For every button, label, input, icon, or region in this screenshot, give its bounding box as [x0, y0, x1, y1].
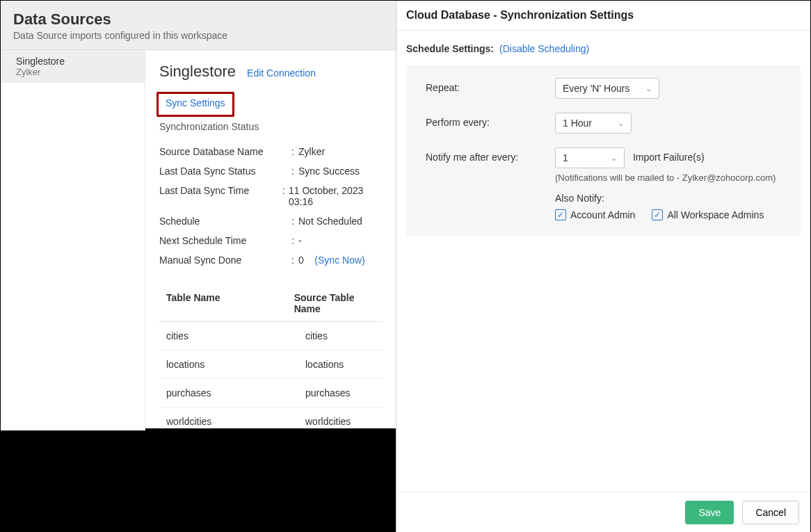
- value-schedule: Not Scheduled: [298, 216, 362, 227]
- disable-scheduling-link[interactable]: (Disable Scheduling): [499, 43, 589, 54]
- table-row[interactable]: purchases purchases: [159, 379, 383, 408]
- label-last-sync-time: Last Data Sync Time: [159, 185, 282, 207]
- schedule-settings-label: Schedule Settings:: [406, 43, 494, 54]
- also-notify-label: Also Notify:: [555, 193, 781, 204]
- edit-connection-link[interactable]: Edit Connection: [247, 67, 316, 79]
- table-row[interactable]: locations locations: [159, 350, 383, 379]
- repeat-label: Repeat:: [426, 78, 555, 93]
- cancel-button[interactable]: Cancel: [742, 501, 799, 524]
- col-header-source-name: Source Table Name: [294, 292, 376, 314]
- main-content: Singlestore Edit Connection Sync Setting…: [145, 50, 397, 430]
- page-title: Data Sources: [13, 10, 385, 29]
- perform-every-select[interactable]: 1 Hour ⌄: [555, 113, 632, 134]
- page-header: Data Sources Data Source imports configu…: [1, 1, 397, 50]
- notify-hint: (Notifications will be mailed to - Zylke…: [555, 172, 781, 183]
- page-subtitle: Data Source imports configured in this w…: [13, 30, 385, 41]
- chevron-down-icon: ⌄: [645, 84, 652, 93]
- chevron-down-icon: ⌄: [611, 154, 617, 163]
- table-row[interactable]: cities cities: [159, 322, 383, 350]
- chevron-down-icon: ⌄: [618, 119, 624, 128]
- value-last-sync-status: Sync Success: [298, 166, 360, 177]
- sync-settings-link[interactable]: Sync Settings: [156, 92, 234, 117]
- table-row[interactable]: worldcities worldcities: [159, 408, 383, 430]
- datasource-title: Singlestore: [159, 63, 236, 81]
- value-last-sync-time: 11 October, 2023 03:16: [289, 185, 383, 207]
- perform-every-label: Perform every:: [426, 113, 555, 128]
- sidebar-item-sub: Zylker: [16, 67, 132, 77]
- label-manual-sync: Manual Sync Done: [159, 255, 291, 266]
- notify-label: Notify me after every:: [426, 147, 555, 163]
- value-source-db: Zylker: [298, 146, 325, 157]
- label-next-schedule: Next Schedule Time: [159, 235, 291, 246]
- notify-count-select[interactable]: 1 ⌄: [555, 147, 625, 168]
- save-button[interactable]: Save: [685, 501, 734, 524]
- repeat-select[interactable]: Every 'N' Hours ⌄: [555, 78, 659, 99]
- col-header-table-name: Table Name: [166, 292, 294, 314]
- checkbox-workspace-admins[interactable]: ✓ All Workspace Admins: [652, 209, 764, 220]
- checkbox-icon: ✓: [555, 209, 566, 220]
- checkbox-account-admin[interactable]: ✓ Account Admin: [555, 209, 635, 220]
- sidebar-item-singlestore[interactable]: Singlestore Zylker: [1, 50, 145, 83]
- checkbox-icon: ✓: [652, 209, 663, 220]
- sidebar: Singlestore Zylker: [1, 50, 145, 430]
- panel-title: Cloud Database - Synchronization Setting…: [396, 1, 810, 31]
- label-last-sync-status: Last Data Sync Status: [159, 166, 291, 177]
- label-schedule: Schedule: [159, 216, 291, 227]
- label-source-db: Source Database Name: [159, 146, 291, 157]
- sync-settings-panel: Cloud Database - Synchronization Setting…: [396, 1, 810, 532]
- sidebar-item-name: Singlestore: [16, 56, 132, 67]
- notify-suffix: Import Failure(s): [633, 152, 705, 163]
- sync-now-link[interactable]: (Sync Now): [314, 255, 364, 266]
- sync-status-heading: Synchronization Status: [159, 121, 383, 132]
- value-manual-sync: 0: [298, 255, 304, 266]
- value-next-schedule: -: [298, 235, 302, 246]
